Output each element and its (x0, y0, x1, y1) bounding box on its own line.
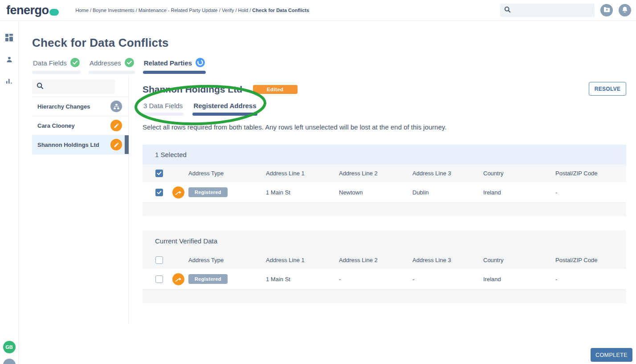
dashboard-icon (5, 34, 13, 43)
logo-text: fenergo (6, 4, 49, 17)
list-item-label: Shannon Holdings Ltd (37, 142, 110, 148)
detail-header: Shannon Holdings Ltd Edited RESOLVE (143, 82, 626, 97)
address-type-badge: Registered (188, 274, 228, 284)
subtab-label: 3 Data Fields (143, 102, 183, 110)
cell-address-line-3: Dublin (412, 189, 483, 196)
tab-label: Addresses (90, 59, 121, 67)
merge-arrow-icon (172, 186, 184, 198)
column-header: Postal/ZIP Code (555, 257, 626, 263)
top-bar-actions (500, 4, 636, 17)
list-item-cara-clooney[interactable]: Cara Clooney (32, 116, 128, 135)
sidebar-item-reports[interactable] (4, 77, 14, 87)
row-checkbox[interactable] (155, 275, 163, 283)
tab-related-parties[interactable]: Related Parties (143, 58, 206, 74)
status-badge: Edited (253, 85, 298, 94)
breadcrumb-item-hold[interactable]: Hold (238, 8, 253, 13)
cell-address-line-2: - (339, 276, 412, 283)
page-title: Check for Data Conflicts (32, 36, 169, 50)
check-circle-icon (70, 58, 80, 69)
folder-add-icon (603, 7, 610, 14)
table-header-row: Address Type Address Line 1 Address Line… (143, 164, 626, 182)
column-header: Address Type (188, 170, 266, 177)
avatar-initials: GB (5, 344, 13, 350)
select-all-checkbox[interactable] (155, 256, 163, 264)
selected-table: 1 Selected Address Type Address Line 1 A… (143, 145, 626, 216)
cell-postal-code: - (555, 276, 626, 283)
list-item-shannon-holdings[interactable]: Shannon Holdings Ltd (32, 135, 128, 154)
tab-label: Data Fields (33, 59, 67, 67)
breadcrumb-item-home[interactable]: Home (76, 8, 93, 13)
conflict-list-panel: Hierarchy Changes Cara Clooney Shannon H… (32, 76, 129, 324)
merge-arrow-icon (172, 273, 184, 285)
tab-data-fields[interactable]: Data Fields (32, 58, 81, 74)
column-header: Address Line 1 (266, 170, 339, 177)
cell-address-line-3: - (412, 276, 483, 283)
progress-circle-icon (196, 58, 205, 69)
create-entity-button[interactable] (600, 4, 613, 16)
main-content: Check for Data Conflicts Data Fields Add… (19, 21, 636, 364)
selected-indicator (125, 135, 129, 154)
table-title: 1 Selected (143, 145, 626, 164)
current-verified-table: Current Verified Data Address Type Addre… (143, 231, 626, 303)
subtab-label: Registered Address (192, 102, 257, 110)
app-sidebar: GB (0, 21, 19, 364)
breadcrumb-item-boyne-investments[interactable]: Boyne Investments (93, 8, 139, 13)
list-item-hierarchy-changes[interactable]: Hierarchy Changes (32, 97, 128, 116)
sidebar-nav (0, 21, 18, 87)
notifications-button[interactable] (619, 4, 631, 16)
global-search-input[interactable] (514, 7, 591, 14)
search-icon (37, 82, 44, 91)
bell-icon (622, 6, 628, 14)
conflict-detail: Shannon Holdings Ltd Edited RESOLVE 3 Da… (143, 76, 626, 303)
column-header: Country (483, 257, 555, 263)
complete-button[interactable]: COMPLETE (591, 348, 632, 362)
table-row: Registered 1 Main St - - Ireland - (143, 269, 626, 290)
breadcrumb: HomeBoyne InvestmentsMaintenance - Relat… (76, 8, 310, 13)
sidebar-bottom: GB (0, 341, 18, 364)
edit-pencil-icon (110, 139, 122, 150)
column-header: Address Line 1 (266, 257, 339, 263)
breadcrumb-item-current: Check for Data Conflicts (252, 8, 309, 13)
breadcrumb-item-maintenance[interactable]: Maintenance - Related Party Update (139, 8, 222, 13)
column-header: Address Line 2 (339, 257, 412, 263)
tab-addresses[interactable]: Addresses (89, 58, 135, 74)
step-tabs: Data Fields Addresses Related Parties (32, 58, 206, 74)
column-header: Address Line 2 (339, 170, 412, 177)
hierarchy-icon (110, 101, 122, 112)
bar-chart-icon (6, 78, 12, 86)
breadcrumb-item-verify[interactable]: Verify (222, 8, 238, 13)
column-header: Address Line 3 (412, 257, 483, 263)
check-circle-icon (125, 58, 134, 69)
sidebar-item-dashboard[interactable] (4, 33, 14, 43)
edit-pencil-icon (110, 120, 122, 131)
tab-label: Related Parties (144, 59, 192, 67)
column-header: Address Type (188, 257, 266, 263)
detail-subtabs: 3 Data Fields Registered Address (143, 102, 626, 116)
fenergo-logo: fenergo (0, 4, 59, 17)
global-search (500, 4, 595, 17)
panel-search-input[interactable] (47, 84, 110, 90)
subtab-data-fields[interactable]: 3 Data Fields (143, 102, 183, 116)
table-header-row: Address Type Address Line 1 Address Line… (143, 251, 626, 269)
row-checkbox[interactable] (155, 189, 163, 196)
user-icon (6, 56, 13, 65)
column-header: Country (483, 170, 555, 177)
tab-progress-bar (32, 71, 81, 74)
table-row: Registered 1 Main St Newtown Dublin Irel… (143, 182, 626, 203)
search-icon (504, 6, 511, 15)
select-all-checkbox[interactable] (155, 170, 163, 177)
column-header: Postal/ZIP Code (555, 170, 626, 177)
resolve-button[interactable]: RESOLVE (589, 82, 626, 96)
top-bar: fenergo HomeBoyne InvestmentsMaintenance… (0, 0, 636, 21)
logo-pill-icon (49, 9, 59, 16)
sidebar-item-clients[interactable] (4, 55, 14, 65)
address-type-badge: Registered (188, 187, 228, 197)
cell-country: Ireland (483, 276, 555, 283)
cell-address-line-2: Newtown (339, 189, 412, 196)
list-item-label: Cara Clooney (37, 122, 110, 129)
panel-search (32, 80, 115, 94)
tab-progress-bar (143, 71, 206, 74)
subtab-registered-address[interactable]: Registered Address (192, 102, 257, 116)
user-avatar[interactable]: GB (3, 341, 16, 353)
cell-address-line-1: 1 Main St (266, 276, 339, 283)
